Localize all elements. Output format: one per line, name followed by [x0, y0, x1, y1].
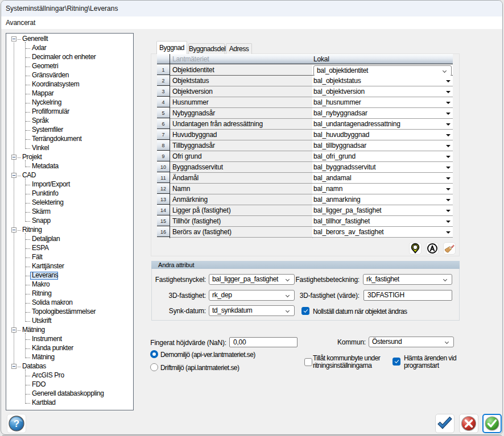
svg-text:?: ?	[14, 418, 19, 429]
